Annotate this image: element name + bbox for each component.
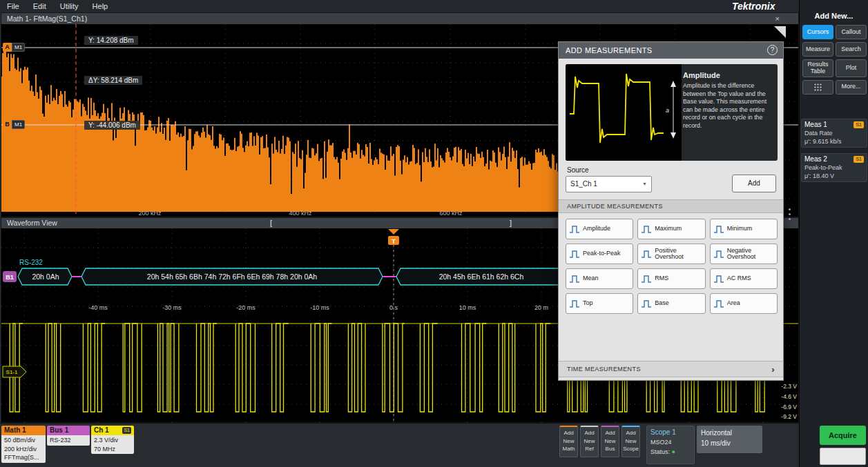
- rms-icon: [641, 275, 652, 284]
- measurement-label: Area: [727, 300, 740, 306]
- meas2-results-badge[interactable]: Meas 2S1 Peak-to-Peak μ': 18.40 V: [801, 153, 867, 182]
- source-label: Source: [567, 166, 589, 174]
- cursor-b-source: M1: [12, 120, 25, 129]
- add-new-math-button[interactable]: AddNewMath: [559, 426, 578, 457]
- ch1-bandwidth: 70 MHz: [94, 445, 131, 454]
- menu-file[interactable]: File: [7, 2, 19, 10]
- horizontal-title: Horizontal: [701, 428, 758, 438]
- negative-overshoot-measurement-button[interactable]: Negative Overshoot: [710, 244, 778, 264]
- time-measurements-header[interactable]: TIME MEASUREMENTS ›: [559, 361, 783, 377]
- cursor-a-badge[interactable]: AM1: [3, 43, 25, 52]
- button-label: Cursors: [807, 29, 829, 36]
- measurement-buttons-grid: AmplitudeMaximumMinimumPeak-to-PeakPosit…: [566, 219, 778, 314]
- add-new-more--button[interactable]: More...: [836, 80, 867, 95]
- fft-x-tick: 200 kHz: [138, 210, 161, 217]
- meas2-value: μ': 18.40 V: [804, 172, 864, 180]
- bus-decode-text: 20h 54h 65h 6Bh 74h 72h 6Fh 6Eh 69h 78h …: [147, 272, 318, 281]
- button-line: Add: [560, 429, 577, 437]
- panel-splitter-handle[interactable]: [789, 208, 791, 220]
- button-label: Measure: [806, 46, 830, 53]
- math1-badge[interactable]: Math 1 50 dBm/div 200 kHz/div FFTmag(S..…: [1, 426, 46, 463]
- ch1-badge-title: Ch 1: [94, 426, 109, 434]
- mean-measurement-button[interactable]: Mean: [566, 268, 633, 289]
- add-new-search-button[interactable]: Search: [836, 42, 867, 57]
- add-new-panel-buttons: CursorsCalloutMeasureSearchResults Table…: [802, 25, 867, 95]
- ch1-badge[interactable]: Ch 1S1 2.3 V/div 70 MHz: [91, 426, 134, 454]
- menu-help[interactable]: Help: [93, 2, 108, 10]
- rms-measurement-button[interactable]: RMS: [637, 268, 705, 289]
- measurement-label: Maximum: [655, 226, 682, 232]
- cursor-delta-y-readout: ΔY: 58.214 dBm: [84, 76, 142, 85]
- scope1-panel[interactable]: Scope 1 MSO24 Status: ●: [646, 426, 695, 464]
- base-measurement-button[interactable]: Base: [637, 293, 705, 314]
- grid-dots-button[interactable]: [802, 80, 833, 95]
- tekscope-app-window: FileEditUtilityHelp Tektronix – □ × Math…: [0, 0, 868, 467]
- preview-measurement-description: Amplitude is the difference between the …: [683, 82, 772, 130]
- mean-icon: [569, 275, 580, 284]
- add-new-scope-button[interactable]: AddNewScope: [621, 426, 640, 457]
- help-icon[interactable]: ?: [767, 45, 778, 55]
- acquire-button[interactable]: Acquire: [820, 426, 866, 445]
- minimum-icon: [713, 225, 724, 234]
- button-line: Scope: [622, 445, 639, 453]
- base-icon: [641, 299, 652, 308]
- meas1-results-badge[interactable]: Meas 1S1 Data Rate μ': 9.615 kb/s: [801, 119, 867, 148]
- meas1-title: Meas 1: [804, 121, 827, 129]
- add-new-bus-button[interactable]: AddNewBus: [601, 426, 619, 457]
- fft-view-close-icon[interactable]: ×: [775, 13, 780, 24]
- acquire-secondary-panel[interactable]: [820, 448, 866, 465]
- add-new-plot-button[interactable]: Plot: [836, 59, 867, 77]
- area-measurement-button[interactable]: Area: [710, 293, 778, 314]
- menu-edit[interactable]: Edit: [33, 2, 46, 10]
- zoom-corner-handle-icon[interactable]: [774, 26, 786, 38]
- chevron-right-icon: ›: [771, 361, 775, 377]
- bus1-badge-title: Bus 1: [47, 426, 90, 435]
- amplitude-measurements-header: AMPLITUDE MEASUREMENTS: [559, 199, 783, 213]
- zoom-right-bracket[interactable]: ]: [510, 218, 512, 228]
- minimum-measurement-button[interactable]: Minimum: [710, 219, 778, 239]
- button-line: Bus: [601, 445, 619, 453]
- add-new-panel: Add New... CursorsCalloutMeasureSearchRe…: [799, 0, 868, 467]
- cursor-a-letter: A: [3, 43, 12, 52]
- measurement-preview-panel: a Amplitude Amplitude is the difference …: [566, 64, 778, 161]
- bus-type-label: RS-232: [19, 259, 43, 266]
- measurement-label: Top: [583, 300, 593, 306]
- add-new-measure-button[interactable]: Measure: [802, 42, 833, 57]
- add-new-ref-button[interactable]: AddNewRef: [580, 426, 599, 457]
- amplitude-measurement-button[interactable]: Amplitude: [566, 219, 633, 239]
- ac-rms-measurement-button[interactable]: AC RMS: [710, 268, 778, 289]
- v-scale-label: -4.6 V: [781, 393, 797, 400]
- cursor-b-badge[interactable]: BM1: [3, 120, 25, 129]
- maximum-measurement-button[interactable]: Maximum: [637, 219, 705, 239]
- time-tick: 20 m: [534, 304, 548, 311]
- add-new-results-table-button[interactable]: Results Table: [802, 59, 833, 77]
- scope1-title: Scope 1: [650, 428, 691, 437]
- add-measurements-dialog: ADD MEASUREMENTS ? a Amplitude Amplitude…: [558, 41, 784, 381]
- button-label: Plot: [846, 65, 857, 72]
- horizontal-panel[interactable]: Horizontal 10 ms/div: [697, 426, 762, 453]
- button-label: Callout: [841, 29, 860, 36]
- tektronix-logo: Tektronix: [732, 0, 775, 12]
- add-measurement-button[interactable]: Add: [732, 175, 776, 192]
- button-line: Add: [622, 429, 639, 437]
- menu-bar: FileEditUtilityHelp Tektronix – □ ×: [0, 0, 868, 12]
- v-scale-label: -2.3 V: [781, 383, 797, 390]
- positive-overshoot-measurement-button[interactable]: Positive Overshoot: [637, 244, 705, 264]
- source-dropdown[interactable]: S1_Ch 1 ▼: [566, 176, 652, 192]
- status-ok-icon: ●: [672, 448, 675, 455]
- amplitude-annotation: a: [666, 107, 669, 114]
- cursor-b-letter: B: [3, 120, 12, 129]
- bus-badge: B1: [6, 274, 14, 281]
- amplitude-icon: [569, 225, 580, 234]
- peak-to-peak-measurement-button[interactable]: Peak-to-Peak: [566, 244, 633, 264]
- math1-hscale: 200 kHz/div: [4, 445, 43, 454]
- add-new-callout-button[interactable]: Callout: [836, 25, 867, 39]
- menu-utility[interactable]: Utility: [60, 2, 79, 10]
- bus1-badge[interactable]: Bus 1 RS-232: [47, 426, 90, 446]
- top-measurement-button[interactable]: Top: [566, 293, 633, 314]
- zoom-left-bracket[interactable]: [: [270, 218, 272, 228]
- time-tick: 10 ms: [459, 304, 476, 311]
- meas1-source-chip: S1: [853, 121, 864, 128]
- add-new-cursors-button[interactable]: Cursors: [802, 25, 833, 39]
- scope1-status-label: Status:: [650, 448, 670, 455]
